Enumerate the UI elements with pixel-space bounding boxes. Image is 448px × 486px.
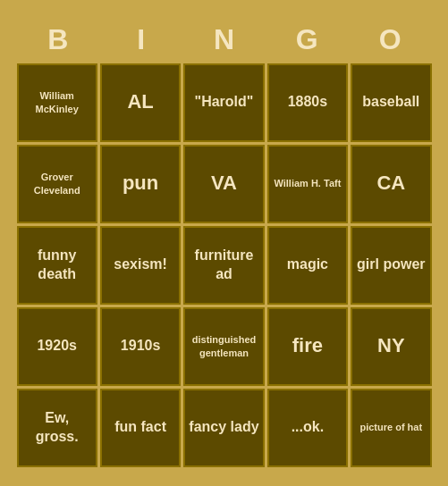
bingo-cell-11[interactable]: sexism! bbox=[100, 226, 181, 305]
bingo-cell-3[interactable]: 1880s bbox=[267, 63, 348, 142]
bingo-cell-7[interactable]: VA bbox=[183, 145, 264, 223]
bingo-letter-G: G bbox=[266, 20, 349, 60]
bingo-cell-14[interactable]: girl power bbox=[351, 226, 431, 305]
bingo-cell-15[interactable]: 1920s bbox=[17, 307, 97, 386]
bingo-cell-24[interactable]: picture of hat bbox=[351, 389, 431, 467]
bingo-cell-12[interactable]: furniture ad bbox=[183, 226, 264, 305]
bingo-cell-20[interactable]: Ew, gross. bbox=[17, 389, 97, 467]
bingo-grid: William McKinleyAL"Harold"1880sbaseballG… bbox=[17, 63, 432, 467]
bingo-cell-8[interactable]: William H. Taft bbox=[267, 145, 348, 223]
bingo-letter-B: B bbox=[17, 20, 100, 60]
bingo-cell-17[interactable]: distinguished gentleman bbox=[183, 307, 264, 386]
bingo-header: BINGO bbox=[17, 20, 432, 60]
bingo-cell-18[interactable]: fire bbox=[267, 307, 348, 386]
bingo-cell-9[interactable]: CA bbox=[351, 145, 431, 223]
bingo-cell-22[interactable]: fancy lady bbox=[183, 389, 264, 467]
bingo-card: BINGO William McKinleyAL"Harold"1880sbas… bbox=[10, 13, 439, 474]
bingo-cell-21[interactable]: fun fact bbox=[100, 389, 181, 467]
bingo-letter-I: I bbox=[99, 20, 182, 60]
bingo-cell-5[interactable]: Grover Cleveland bbox=[17, 145, 97, 223]
bingo-cell-4[interactable]: baseball bbox=[351, 63, 431, 142]
bingo-cell-6[interactable]: pun bbox=[100, 145, 181, 223]
bingo-cell-1[interactable]: AL bbox=[100, 63, 181, 142]
bingo-letter-N: N bbox=[182, 20, 266, 60]
bingo-cell-13[interactable]: magic bbox=[267, 226, 348, 305]
bingo-cell-23[interactable]: ...ok. bbox=[267, 389, 348, 467]
bingo-cell-2[interactable]: "Harold" bbox=[183, 63, 264, 142]
bingo-cell-0[interactable]: William McKinley bbox=[17, 63, 97, 142]
bingo-cell-19[interactable]: NY bbox=[351, 307, 431, 386]
bingo-letter-O: O bbox=[349, 20, 432, 60]
bingo-cell-16[interactable]: 1910s bbox=[100, 307, 181, 386]
bingo-cell-10[interactable]: funny death bbox=[17, 226, 97, 305]
